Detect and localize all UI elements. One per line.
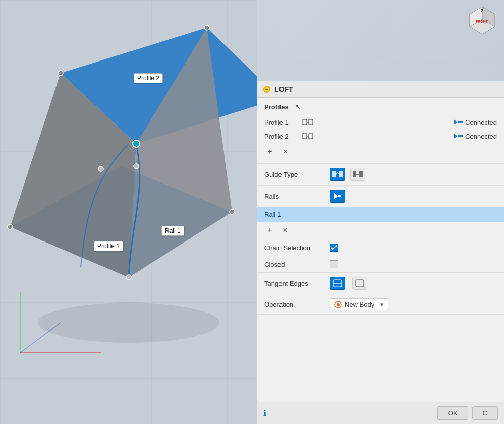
svg-rect-40 xyxy=(338,195,341,197)
profiles-add-remove: + × xyxy=(264,143,497,158)
footer-buttons: OK C xyxy=(437,406,498,420)
rail1-item[interactable]: Rail 1 xyxy=(257,207,504,222)
svg-rect-30 xyxy=(309,134,313,139)
svg-point-15 xyxy=(134,164,139,169)
svg-rect-28 xyxy=(458,121,463,123)
svg-rect-33 xyxy=(458,135,463,137)
minimize-button[interactable]: − xyxy=(263,86,270,93)
tangent-edges-row: Tangent Edges xyxy=(257,273,504,294)
svg-rect-34 xyxy=(332,171,336,177)
svg-point-11 xyxy=(133,140,140,147)
rails-add-button[interactable]: + xyxy=(264,225,275,236)
tangent-edges-label: Tangent Edges xyxy=(264,280,325,287)
panel-title: LOFT xyxy=(274,85,293,93)
panel-footer: ℹ OK C xyxy=(257,402,504,424)
profiles-label: Profiles ↖ xyxy=(264,103,497,111)
profile2-row: Profile 2 Connected xyxy=(264,129,497,143)
info-icon[interactable]: ℹ xyxy=(263,408,266,418)
rail-list: Rail 1 xyxy=(257,207,504,222)
profiles-section: Profiles ↖ Profile 1 xyxy=(257,98,504,164)
profiles-add-button[interactable]: + xyxy=(264,146,275,157)
svg-point-6 xyxy=(38,302,219,343)
svg-marker-27 xyxy=(454,119,458,125)
closed-checkbox[interactable] xyxy=(330,260,338,268)
dropdown-arrow-icon: ▾ xyxy=(380,300,384,308)
profile2-icon[interactable] xyxy=(302,132,313,141)
operation-row: Operation New Body ▾ xyxy=(257,294,504,315)
profile2-connected[interactable]: Connected xyxy=(454,133,497,140)
rail1-viewport-label: Rail 1 xyxy=(161,226,184,236)
operation-select[interactable]: New Body ▾ xyxy=(330,298,388,310)
profile1-connected[interactable]: Connected xyxy=(454,118,497,126)
guide-type-option2[interactable] xyxy=(350,168,365,181)
guide-type-row: Guide Type xyxy=(257,164,504,186)
rails-select-button[interactable] xyxy=(330,190,345,203)
closed-row: Closed xyxy=(257,256,504,273)
profile2-viewport-label: Profile 2 xyxy=(134,73,163,83)
chain-selection-label: Chain Selection xyxy=(264,244,325,252)
tangent-option2[interactable] xyxy=(352,277,367,290)
svg-rect-24 xyxy=(303,119,307,125)
rails-remove-button[interactable]: × xyxy=(279,225,291,236)
panel-header: − LOFT xyxy=(257,81,504,98)
closed-label: Closed xyxy=(264,261,325,268)
rails-row: Rails xyxy=(257,186,504,207)
svg-point-45 xyxy=(337,303,340,306)
svg-marker-32 xyxy=(454,134,458,139)
svg-point-12 xyxy=(58,71,63,76)
tangent-option1[interactable] xyxy=(330,277,345,290)
operation-label: Operation xyxy=(264,300,325,308)
profile2-name: Profile 2 xyxy=(264,133,297,140)
cursor-icon: ↖ xyxy=(295,103,301,111)
chain-selection-checkbox[interactable] xyxy=(330,244,338,252)
chain-selection-row: Chain Selection xyxy=(257,239,504,256)
panel-content: Profiles ↖ Profile 1 xyxy=(257,98,504,402)
ok-button[interactable]: OK xyxy=(437,406,468,420)
svg-text:FRONT: FRONT xyxy=(476,20,488,23)
profiles-remove-button[interactable]: × xyxy=(279,146,291,157)
cancel-button[interactable]: C xyxy=(472,406,498,420)
profile1-name: Profile 1 xyxy=(264,118,297,126)
svg-rect-35 xyxy=(339,171,343,177)
svg-point-18 xyxy=(8,224,13,229)
svg-point-16 xyxy=(126,275,131,280)
svg-rect-43 xyxy=(356,280,364,287)
svg-rect-37 xyxy=(359,171,363,177)
guide-type-label: Guide Type xyxy=(264,171,325,178)
svg-rect-29 xyxy=(303,134,307,139)
guide-type-option1[interactable] xyxy=(330,168,345,181)
svg-point-17 xyxy=(230,209,235,214)
profile1-icon[interactable] xyxy=(302,117,313,127)
rails-label: Rails xyxy=(264,193,325,200)
svg-point-13 xyxy=(204,25,209,30)
profile1-viewport-label: Profile 1 xyxy=(94,241,123,251)
svg-text:Z: Z xyxy=(481,8,484,13)
svg-marker-39 xyxy=(334,193,338,199)
axis-indicator: FRONT Z xyxy=(465,4,500,41)
svg-point-14 xyxy=(98,166,103,171)
loft-panel: − LOFT Profiles ↖ Profile 1 xyxy=(257,81,504,424)
svg-rect-36 xyxy=(353,171,356,177)
profile1-row: Profile 1 Connected xyxy=(264,115,497,129)
rail-add-remove: + × xyxy=(257,222,504,239)
svg-rect-25 xyxy=(309,119,313,125)
